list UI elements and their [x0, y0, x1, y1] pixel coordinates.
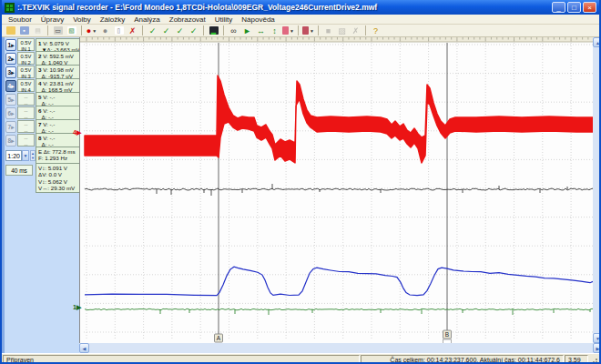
chevron-down-icon[interactable]: ▼ — [290, 25, 294, 36]
timebase-ratio-value[interactable]: 1:20 — [5, 150, 22, 161]
open-file-icon[interactable] — [5, 25, 16, 36]
menu-item[interactable]: Zobrazovat — [165, 15, 210, 24]
channel-4-range-box[interactable]: 0.5VIN 4 — [17, 79, 35, 92]
status-extra-value: 3.59 — [565, 355, 588, 364]
sweep-time-box[interactable]: 40 ms — [5, 165, 33, 176]
print-preview-icon: ▧ — [67, 26, 76, 35]
channel-readouts-column: 1 V: 5.079 V ▼Δ: -3.663 mV2 V: 592.5 mV … — [36, 38, 80, 193]
red-trace-channel4 — [85, 76, 593, 163]
bookmark-add-icon[interactable]: ▼ — [282, 25, 294, 36]
validate-check-2-icon[interactable]: ✓ — [160, 25, 172, 36]
status-bar: Připraven Čas celkem: 00:14:23:237.600, … — [2, 353, 599, 364]
channel-7-range-box[interactable]: ---- — [17, 120, 35, 133]
open-file-icon — [6, 26, 15, 35]
fullscreen-icon[interactable]: ▂ — [208, 25, 219, 36]
menu-item[interactable]: Soubor — [4, 15, 36, 24]
move-between-markers-icon[interactable]: ↔ — [255, 25, 267, 36]
scroll-down-icon[interactable]: ▼ — [593, 333, 601, 343]
menu-item[interactable]: Analýza — [129, 15, 164, 24]
menu-item[interactable]: Volby — [68, 15, 96, 24]
channel-2-range-box[interactable]: 0.5VIN 2 — [17, 52, 35, 65]
horizontal-scrollbar[interactable]: ◀ ▶ — [79, 343, 601, 353]
bookmark-list-icon[interactable]: ▼ — [302, 25, 314, 36]
chevron-down-icon[interactable]: ▼ — [22, 150, 29, 161]
help-icon[interactable]: ? — [370, 25, 382, 36]
chevron-down-icon[interactable]: ▼ — [92, 25, 97, 36]
channel-5-range-box[interactable]: ---- — [17, 93, 35, 106]
goto-marker-a-icon[interactable]: ► — [241, 25, 253, 36]
timebase-ratio-control[interactable]: 1:20 ▼ ▲▼ — [5, 150, 36, 161]
time-ruler — [80, 37, 594, 42]
copy-icon: ▤ — [34, 26, 43, 35]
menu-item[interactable]: Nápověda — [237, 15, 279, 24]
menu-item[interactable]: Záložky — [96, 15, 130, 24]
scroll-up-icon[interactable]: ▲ — [593, 37, 601, 47]
bookmark-list-icon — [302, 26, 309, 35]
channel-3-range-box[interactable]: 0.5VIN 3 — [17, 66, 35, 78]
chevron-down-icon[interactable]: ▼ — [310, 25, 314, 36]
toolbar-separator — [223, 25, 224, 35]
cursor-A-label: A — [217, 335, 221, 341]
maximize-button[interactable]: □ — [567, 2, 581, 13]
delete-note-icon: ✗ — [350, 25, 362, 36]
horizontal-scroll-track[interactable] — [89, 343, 593, 353]
channel-8-button[interactable]: 8▸ — [5, 135, 16, 147]
scroll-left-icon[interactable]: ◀ — [79, 343, 89, 353]
stop-record-icon[interactable]: ● — [99, 25, 111, 36]
close-button[interactable]: × — [583, 2, 596, 13]
channel-row: 2▸0.5VIN 2 — [5, 52, 36, 66]
channel-row: 3▸0.5VIN 3 — [5, 66, 36, 79]
toolbar-separator — [318, 25, 319, 35]
resize-grip[interactable] — [588, 354, 599, 364]
channel-7-button[interactable]: 7▸ — [5, 121, 16, 133]
voltage-measure-box: V↕: 5.091 V ΔV: 0.0 V V↕: 5.062 V V↔: 29… — [36, 164, 80, 194]
save-icon[interactable]: ▪ — [18, 25, 30, 36]
marker-note-icon[interactable]: ▯ — [113, 25, 125, 36]
print-icon[interactable]: ▭ — [52, 25, 64, 36]
edit-note-icon: ▨ — [336, 25, 348, 36]
menu-item[interactable]: Utility — [210, 15, 238, 24]
marker-note-icon: ▯ — [115, 26, 124, 35]
bookmark-add-icon — [282, 26, 289, 35]
menu-item[interactable]: Úpravy — [36, 15, 68, 24]
validate-check-4-icon[interactable]: ✓ — [188, 25, 199, 36]
status-ready-text: Připraven — [3, 355, 360, 364]
vertical-scrollbar[interactable]: ▲ ▼ — [593, 37, 601, 343]
minimize-button[interactable]: _ — [552, 2, 565, 13]
channel-row: 1▸0.5VIN 1 — [5, 38, 36, 52]
delete-record-icon[interactable]: ✗ — [127, 25, 138, 36]
channel-1-range-box[interactable]: 0.5VIN 1 — [17, 38, 35, 51]
toolbar-separator — [142, 25, 143, 35]
channel-4-trace-marker[interactable]: 4▶ — [73, 129, 81, 136]
window-title: :.TEXVIK signal recorder - E:\Ford Monde… — [17, 3, 550, 12]
record-icon[interactable]: ●▼ — [86, 25, 97, 36]
channel-2-button[interactable]: 2▸ — [5, 53, 16, 65]
channel-controls-column: 1▸0.5VIN 12▸0.5VIN 23▸0.5VIN 34▸0.5VIN 4… — [5, 38, 36, 193]
title-bar[interactable]: :.TEXVIK signal recorder - E:\Ford Monde… — [2, 0, 599, 15]
app-window: :.TEXVIK signal recorder - E:\Ford Monde… — [0, 0, 601, 364]
channel-1-button[interactable]: 1▸ — [5, 39, 16, 51]
channel-row: 5▸---- — [5, 93, 36, 106]
channel-4-readout: 4 V: 23.81 mV Δ: 168.5 mV — [36, 79, 80, 93]
scroll-right-icon[interactable]: ▶ — [593, 343, 601, 353]
waveform-plot-area[interactable]: AB 4▶1▶ — [79, 37, 593, 343]
channel-6-button[interactable]: 6▸ — [5, 107, 16, 119]
channel-6-range-box[interactable]: ---- — [17, 106, 35, 119]
channel-5-button[interactable]: 5▸ — [5, 94, 16, 106]
channel-4-button[interactable]: 4▸ — [5, 80, 16, 92]
toolbar-separator — [203, 25, 204, 35]
voltage-delta-readout: ΔV: 0.0 V — [38, 171, 79, 177]
channel-1-trace-marker[interactable]: 1▶ — [73, 304, 81, 310]
binoculars-search-icon[interactable]: ∞ — [228, 25, 239, 36]
channel-3-button[interactable]: 3▸ — [5, 66, 16, 78]
toolbar: ▪▤▭▧●▼●▯✗✓✓✓✓▂∞►↔↕▼▼■▨✗? — [2, 25, 599, 37]
print-preview-icon[interactable]: ▧ — [66, 25, 77, 36]
validate-check-3-icon[interactable]: ✓ — [174, 25, 186, 36]
app-icon — [5, 3, 15, 13]
toolbar-separator — [365, 25, 366, 35]
validate-check-1-icon[interactable]: ✓ — [147, 25, 158, 36]
channel-8-range-box[interactable]: ---- — [17, 134, 35, 147]
menu-bar: SouborÚpravyVolbyZáložkyAnalýzaZobrazova… — [2, 15, 599, 25]
align-markers-icon[interactable]: ↕ — [269, 25, 280, 36]
cursor-dt-readout: E Δt: 772.8 ms — [38, 148, 79, 155]
